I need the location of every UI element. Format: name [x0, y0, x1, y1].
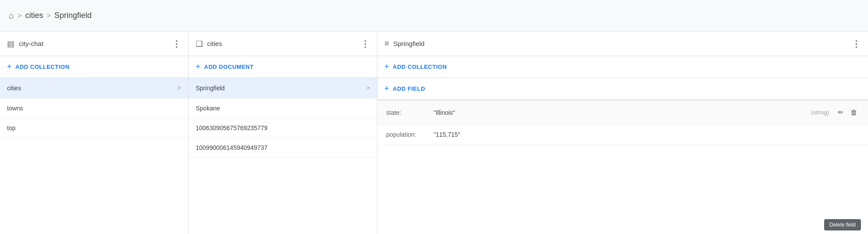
- plus-icon-middle: +: [196, 62, 201, 71]
- plus-icon-right-field: +: [384, 84, 389, 93]
- panel-right-menu[interactable]: ⋮: [852, 39, 861, 49]
- arrow-icon-springfield: >: [366, 84, 370, 92]
- field-key-state: state:: [386, 109, 430, 116]
- panel-middle-menu[interactable]: ⋮: [361, 39, 370, 49]
- add-collection-label-right: ADD COLLECTION: [393, 64, 447, 70]
- add-document-button[interactable]: + ADD DOCUMENT: [189, 56, 377, 78]
- field-value-state: "Illinois": [434, 109, 808, 116]
- edit-icon-state[interactable]: ✏: [836, 106, 845, 118]
- list-item[interactable]: 100990006145940949737: [189, 138, 377, 158]
- add-field-label: ADD FIELD: [393, 85, 425, 92]
- list-item[interactable]: towns: [0, 99, 188, 118]
- panel-right-title: Springfield: [394, 40, 847, 47]
- field-row-population: population: "115,715": [377, 125, 868, 145]
- list-item[interactable]: cities >: [0, 78, 188, 99]
- item-id1: 100630905675769235779: [196, 124, 268, 131]
- item-id2: 100990006145940949737: [196, 144, 268, 151]
- panel-left: ▤ city-chat ⋮ + ADD COLLECTION cities > …: [0, 32, 189, 234]
- list-item[interactable]: Spokane: [189, 99, 377, 118]
- panel-right-header: ≡ Springfield ⋮: [377, 32, 868, 56]
- field-row-state: state: "Illinois" (string) ✏ 🗑: [377, 100, 868, 125]
- panel-middle: ❑ cities ⋮ + ADD DOCUMENT Springfield > …: [189, 32, 377, 234]
- list-item[interactable]: Springfield >: [189, 78, 377, 99]
- plus-icon-left: +: [7, 62, 12, 71]
- collection-icon-middle: ❑: [196, 39, 203, 49]
- add-collection-button-left[interactable]: + ADD COLLECTION: [0, 56, 188, 78]
- add-document-label: ADD DOCUMENT: [204, 64, 254, 70]
- arrow-icon-cities: >: [177, 84, 181, 92]
- breadcrumb-separator-1: >: [18, 12, 22, 20]
- panel-middle-title: cities: [207, 40, 356, 47]
- add-field-button[interactable]: + ADD FIELD: [377, 78, 868, 99]
- delete-field-tooltip: Delete field: [824, 219, 861, 230]
- right-actions: + ADD COLLECTION + ADD FIELD: [377, 56, 868, 100]
- item-spokane: Spokane: [196, 105, 220, 112]
- home-icon[interactable]: ⌂: [9, 11, 14, 21]
- database-icon-left: ▤: [7, 39, 14, 49]
- field-key-population: population:: [386, 131, 430, 138]
- item-cities: cities: [7, 85, 21, 92]
- document-icon-right: ≡: [384, 39, 389, 48]
- field-value-population: "115,715": [434, 131, 859, 138]
- list-item[interactable]: top: [0, 118, 188, 138]
- item-top: top: [7, 124, 15, 131]
- list-item[interactable]: 100630905675769235779: [189, 118, 377, 138]
- left-list: cities > towns top: [0, 78, 188, 234]
- breadcrumb-springfield[interactable]: Springfield: [54, 11, 92, 20]
- delete-icon-state[interactable]: 🗑: [849, 107, 859, 118]
- breadcrumb-cities[interactable]: cities: [25, 11, 43, 20]
- panel-middle-header: ❑ cities ⋮: [189, 32, 377, 56]
- plus-icon-right-collection: +: [384, 62, 389, 71]
- breadcrumb-separator-2: >: [47, 12, 50, 20]
- panel-left-header: ▤ city-chat ⋮: [0, 32, 188, 56]
- add-collection-button-right[interactable]: + ADD COLLECTION: [377, 56, 868, 78]
- item-towns: towns: [7, 105, 23, 112]
- middle-list: Springfield > Spokane 100630905675769235…: [189, 78, 377, 234]
- breadcrumb-bar: ⌂ > cities > Springfield: [0, 0, 868, 32]
- field-type-state: (string): [811, 109, 829, 116]
- main-content: ▤ city-chat ⋮ + ADD COLLECTION cities > …: [0, 32, 868, 234]
- item-springfield: Springfield: [196, 85, 225, 92]
- panel-right: ≡ Springfield ⋮ + ADD COLLECTION + ADD F…: [377, 32, 868, 234]
- panel-left-menu[interactable]: ⋮: [172, 39, 181, 49]
- add-collection-label-left: ADD COLLECTION: [15, 64, 69, 70]
- panel-left-title: city-chat: [19, 40, 168, 47]
